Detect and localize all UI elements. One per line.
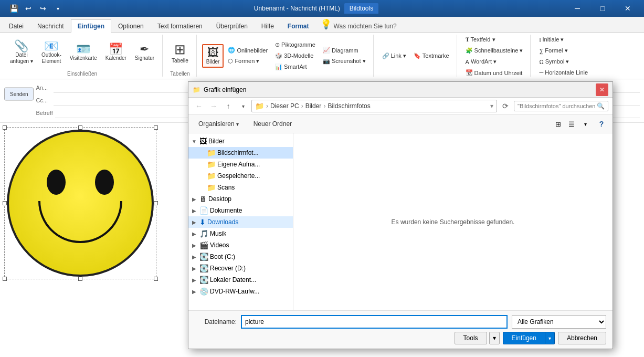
formel-button[interactable]: ∑ Formel ▾ bbox=[536, 46, 591, 56]
hline-icon: ─ bbox=[539, 69, 543, 76]
initiale-button[interactable]: I Initiale ▾ bbox=[536, 35, 591, 45]
breadcrumb-sep2: › bbox=[323, 102, 325, 110]
maximize-button[interactable]: □ bbox=[590, 0, 615, 17]
to-label[interactable]: An... bbox=[36, 85, 51, 91]
tab-einfuegen[interactable]: Einfügen bbox=[71, 19, 111, 33]
textmarke-button[interactable]: 🔖 Textmarke bbox=[410, 51, 452, 61]
tree-item-dokumente[interactable]: ▶ 📄 Dokumente bbox=[188, 205, 293, 216]
breadcrumb-dieser-pc[interactable]: Dieser PC bbox=[270, 102, 299, 110]
tab-optionen[interactable]: Optionen bbox=[111, 19, 151, 33]
bilder-label: Bilder bbox=[206, 59, 220, 65]
tabelle-button[interactable]: ⊞ Tabelle bbox=[168, 39, 192, 66]
tell-me-input[interactable]: Was möchten Sie tun? bbox=[334, 23, 397, 30]
tree-item-videos[interactable]: ▶ 🎬 Videos bbox=[188, 239, 293, 251]
tree-item-desktop[interactable]: ▶ 🖥 Desktop bbox=[188, 193, 293, 205]
diagramm-button[interactable]: 📈 Diagramm bbox=[320, 45, 369, 55]
desktop-icon: 🖥 bbox=[199, 195, 207, 203]
save-button[interactable]: 💾 bbox=[7, 2, 20, 15]
3d-modelle-button[interactable]: 🎲 3D-Modelle bbox=[272, 51, 319, 61]
tree-item-lokaler[interactable]: ▶ 💽 Lokaler Datent... bbox=[188, 274, 293, 286]
qa-dropdown-button[interactable]: ▾ bbox=[51, 2, 64, 15]
screenshot-button[interactable]: 📷 Screenshot ▾ bbox=[320, 56, 369, 66]
textfeld-button[interactable]: 𝐓 Textfeld ▾ bbox=[462, 35, 526, 45]
view-dropdown-button[interactable]: ▾ bbox=[579, 118, 592, 130]
resize-handle-topright[interactable] bbox=[154, 125, 158, 130]
piktogramme-button[interactable]: ⊙ Piktogramme bbox=[272, 40, 319, 50]
signatur-button[interactable]: ✒ Signatur bbox=[131, 41, 158, 64]
image-container[interactable] bbox=[4, 127, 156, 279]
tree-item-bildschirmfotos[interactable]: 📁 Bildschirmfot... bbox=[188, 147, 293, 159]
tools-dropdown-button[interactable]: ▾ bbox=[489, 332, 500, 344]
bildtools-tab[interactable]: Bildtools bbox=[344, 3, 378, 14]
new-folder-button[interactable]: Neuer Ordner bbox=[248, 118, 298, 130]
tree-item-gespeicherte[interactable]: 📁 Gespeicherte... bbox=[188, 170, 293, 182]
insert-button[interactable]: Einfügen bbox=[503, 332, 545, 344]
datum-uhrzeit-button[interactable]: 📆 Datum und Uhrzeit bbox=[462, 68, 526, 78]
filetype-select[interactable]: Alle Grafiken bbox=[512, 315, 606, 329]
onlinebilder-button[interactable]: 🌐 Onlinebilder bbox=[225, 45, 271, 55]
dialog-close-button[interactable]: ✕ bbox=[596, 83, 608, 96]
symbol-button[interactable]: Ω Symbol ▾ bbox=[536, 57, 591, 67]
recover-d-arrow-icon: ▶ bbox=[191, 266, 198, 271]
view-large-icons-button[interactable]: ⊞ bbox=[552, 118, 564, 130]
kalender-button[interactable]: 📅 Kalender bbox=[102, 41, 130, 64]
resize-handle-middleright[interactable] bbox=[154, 201, 158, 205]
tree-item-scans[interactable]: 📁 Scans bbox=[188, 182, 293, 193]
tab-hilfe[interactable]: Hilfe bbox=[255, 19, 281, 33]
tab-format[interactable]: Format bbox=[281, 19, 316, 33]
resize-handle-bottomright[interactable] bbox=[154, 277, 158, 281]
tools-button[interactable]: Tools bbox=[455, 332, 487, 344]
breadcrumb-bildschirmfotos[interactable]: Bildschirmfotos bbox=[328, 102, 370, 110]
filename-input[interactable] bbox=[241, 315, 508, 329]
forward-button[interactable]: → bbox=[207, 100, 220, 112]
tab-ueberprufen[interactable]: Überprüfen bbox=[209, 19, 255, 33]
lightbulb-icon[interactable]: 💡 bbox=[320, 18, 332, 30]
tab-text-formatieren[interactable]: Text formatieren bbox=[151, 19, 209, 33]
breadcrumb-sep1: › bbox=[301, 102, 303, 110]
undo-button[interactable]: ↩ bbox=[22, 2, 35, 15]
refresh-button[interactable]: ⟳ bbox=[499, 100, 512, 112]
tree-item-musik[interactable]: ▶ 🎵 Musik bbox=[188, 228, 293, 239]
breadcrumb-dropdown[interactable]: ▾ bbox=[490, 102, 493, 110]
resize-handle-topcenter[interactable] bbox=[78, 125, 82, 130]
recent-locations-button[interactable]: ▾ bbox=[237, 100, 249, 112]
redo-button[interactable]: ↪ bbox=[37, 2, 49, 15]
resize-handle-topleft[interactable] bbox=[3, 125, 7, 130]
datei-anfuegen-button[interactable]: 📎 Dateianfügen ▾ bbox=[6, 38, 37, 67]
outlook-element-button[interactable]: 📧 Outlook-Element bbox=[38, 38, 65, 67]
smartart-button[interactable]: 📊 SmartArt bbox=[272, 62, 319, 72]
resize-handle-bottomleft[interactable] bbox=[3, 277, 7, 281]
back-button[interactable]: ← bbox=[193, 100, 205, 112]
help-button[interactable]: ? bbox=[595, 117, 608, 131]
organize-button[interactable]: Organisieren ▾ bbox=[193, 118, 245, 130]
cc-label[interactable]: Cc... bbox=[36, 97, 51, 103]
tab-datei[interactable]: Datei bbox=[2, 19, 30, 33]
insert-dropdown-button[interactable]: ▾ bbox=[545, 332, 555, 344]
search-input[interactable] bbox=[518, 103, 597, 109]
minimize-button[interactable]: ─ bbox=[565, 0, 589, 17]
tree-item-dvd[interactable]: ▶ 💿 DVD-RW-Laufw... bbox=[188, 286, 293, 297]
horizontale-linie-button[interactable]: ─ Horizontale Linie bbox=[536, 68, 591, 77]
bilder-button[interactable]: 🖼 Bilder bbox=[202, 44, 224, 68]
view-details-button[interactable]: ☰ bbox=[565, 118, 578, 130]
visitenkarte-button[interactable]: 🪪 Visitenkarte bbox=[66, 41, 101, 64]
cancel-button[interactable]: Abbrechen bbox=[558, 332, 606, 344]
tree-item-boot-c[interactable]: ▶ 💽 Boot (C:) bbox=[188, 251, 293, 262]
wordart-button[interactable]: A WordArt ▾ bbox=[462, 57, 526, 67]
schnellbausteine-button[interactable]: 🧩 Schnellbausteine ▾ bbox=[462, 46, 526, 56]
up-button[interactable]: ↑ bbox=[222, 100, 235, 112]
resize-handle-bottomcenter[interactable] bbox=[78, 277, 82, 281]
tree-item-recover-d[interactable]: ▶ 💽 Recover (D:) bbox=[188, 262, 293, 274]
formen-button[interactable]: ⬡ Formen ▾ bbox=[225, 56, 271, 66]
tree-item-eigene-aufnahmen[interactable]: 📁 Eigene Aufna... bbox=[188, 159, 293, 170]
quickparts-icon: 🧩 bbox=[466, 47, 473, 54]
tree-item-downloads[interactable]: ▶ ⬇ Downloads bbox=[188, 216, 293, 228]
tree-item-bilder[interactable]: ▼ 🖼 Bilder bbox=[188, 135, 293, 147]
breadcrumb-bilder[interactable]: Bilder bbox=[305, 102, 322, 110]
send-button[interactable]: Senden bbox=[4, 87, 34, 100]
datei-anfuegen-label: Dateianfügen ▾ bbox=[10, 52, 33, 65]
close-button[interactable]: ✕ bbox=[616, 0, 640, 17]
link-button[interactable]: 🔗 Link ▾ bbox=[379, 51, 409, 61]
resize-handle-middleleft[interactable] bbox=[3, 201, 7, 205]
tab-nachricht[interactable]: Nachricht bbox=[30, 19, 71, 33]
